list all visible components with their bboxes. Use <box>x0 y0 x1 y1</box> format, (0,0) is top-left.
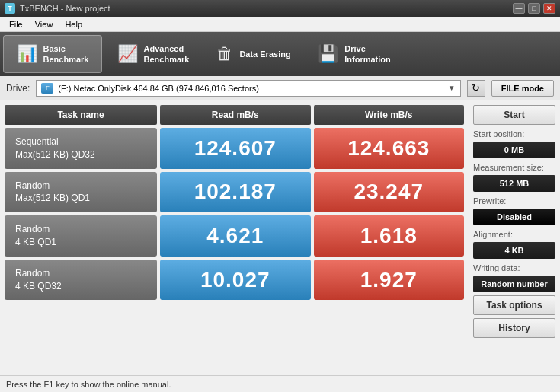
benchmark-table: Task name Read mB/s Write mB/s Sequentia… <box>0 100 469 375</box>
row4-read: 10.027 <box>160 260 311 301</box>
main-content: Task name Read mB/s Write mB/s Sequentia… <box>0 100 560 375</box>
prewrite-value: Disabled <box>473 209 555 225</box>
table-row: RandomMax(512 KB) QD1 102.187 23.247 <box>5 172 464 213</box>
drive-selector[interactable]: F (F:) Netac OnlyDisk 464.84 GB (974,846… <box>36 80 460 97</box>
maximize-button[interactable]: □ <box>528 3 540 14</box>
start-position-label: Start position: <box>473 129 555 139</box>
col-write: Write mB/s <box>314 105 465 125</box>
menu-bar: File View Help <box>0 17 560 32</box>
start-position-value: 0 MB <box>473 142 555 158</box>
table-row: Random4 KB QD32 10.027 1.927 <box>5 260 464 301</box>
row4-write: 1.927 <box>314 260 465 301</box>
advanced-benchmark-icon: 📈 <box>117 44 138 64</box>
row3-read: 4.621 <box>160 215 311 257</box>
toolbar-basic-benchmark[interactable]: 📊 BasicBenchmark <box>3 35 102 73</box>
window-title: TxBENCH - New project <box>20 4 110 13</box>
measurement-size-label: Measurement size: <box>473 163 555 172</box>
data-erasing-icon: 🗑 <box>216 44 233 64</box>
prewrite-label: Prewrite: <box>473 196 555 206</box>
basic-benchmark-label: BasicBenchmark <box>43 43 89 65</box>
writing-data-label: Writing data: <box>473 263 555 272</box>
menu-view[interactable]: View <box>29 18 59 30</box>
status-text: Press the F1 key to show the online manu… <box>6 380 171 389</box>
right-panel: Start Start position: 0 MB Measurement s… <box>469 100 560 375</box>
app-icon: T <box>5 3 15 14</box>
dropdown-arrow-icon: ▼ <box>448 84 456 92</box>
menu-file[interactable]: File <box>3 18 29 30</box>
drive-type-icon: F <box>41 83 53 94</box>
toolbar-drive-information[interactable]: 💾 DriveInformation <box>305 35 404 73</box>
measurement-size-value: 512 MB <box>473 175 555 192</box>
row2-write: 23.247 <box>314 172 465 213</box>
toolbar-data-erasing[interactable]: 🗑 Data Erasing <box>204 35 303 73</box>
table-row: Random4 KB QD1 4.621 1.618 <box>5 215 464 257</box>
table-header: Task name Read mB/s Write mB/s <box>5 105 464 125</box>
drive-label: Drive: <box>6 83 30 94</box>
menu-help[interactable]: Help <box>59 18 88 30</box>
drive-text: (F:) Netac OnlyDisk 464.84 GB (974,846,0… <box>58 84 440 93</box>
toolbar: 📊 BasicBenchmark 📈 AdvancedBenchmark 🗑 D… <box>0 32 560 76</box>
alignment-label: Alignment: <box>473 230 555 239</box>
advanced-benchmark-label: AdvancedBenchmark <box>144 43 190 65</box>
history-button[interactable]: History <box>473 318 555 338</box>
row4-label: Random4 KB QD32 <box>5 260 157 301</box>
row2-label: RandomMax(512 KB) QD1 <box>5 172 157 213</box>
status-bar: Press the F1 key to show the online manu… <box>0 375 560 392</box>
row3-label-text: Random4 KB QD1 <box>15 223 56 249</box>
col-task-name: Task name <box>5 105 157 125</box>
close-button[interactable]: ✕ <box>543 3 555 14</box>
drive-information-label: DriveInformation <box>344 43 391 65</box>
col-read: Read mB/s <box>160 105 311 125</box>
alignment-value: 4 KB <box>473 242 555 259</box>
task-options-button[interactable]: Task options <box>473 295 555 315</box>
start-button[interactable]: Start <box>473 105 555 125</box>
title-bar-left: T TxBENCH - New project <box>5 3 110 14</box>
data-erasing-label: Data Erasing <box>239 49 290 59</box>
row2-read: 102.187 <box>160 172 311 213</box>
file-mode-button[interactable]: FILE mode <box>491 80 554 97</box>
basic-benchmark-icon: 📊 <box>17 44 37 64</box>
row1-label-text: SequentialMax(512 KB) QD32 <box>15 135 95 161</box>
minimize-button[interactable]: — <box>513 3 525 14</box>
drive-refresh-button[interactable]: ↻ <box>467 80 485 97</box>
drive-information-icon: 💾 <box>318 44 338 64</box>
row1-write: 124.663 <box>314 128 465 169</box>
title-bar: T TxBENCH - New project — □ ✕ <box>0 0 560 17</box>
row3-label: Random4 KB QD1 <box>5 215 157 257</box>
table-row: SequentialMax(512 KB) QD32 124.607 124.6… <box>5 128 464 169</box>
row1-read: 124.607 <box>160 128 311 169</box>
row1-label: SequentialMax(512 KB) QD32 <box>5 128 157 169</box>
toolbar-advanced-benchmark[interactable]: 📈 AdvancedBenchmark <box>104 35 203 73</box>
writing-data-value: Random number <box>473 276 555 292</box>
row4-label-text: Random4 KB QD32 <box>15 267 62 293</box>
row2-label-text: RandomMax(512 KB) QD1 <box>15 180 90 206</box>
drive-bar: Drive: F (F:) Netac OnlyDisk 464.84 GB (… <box>0 76 560 100</box>
window-controls: — □ ✕ <box>513 3 555 14</box>
row3-write: 1.618 <box>314 215 465 257</box>
